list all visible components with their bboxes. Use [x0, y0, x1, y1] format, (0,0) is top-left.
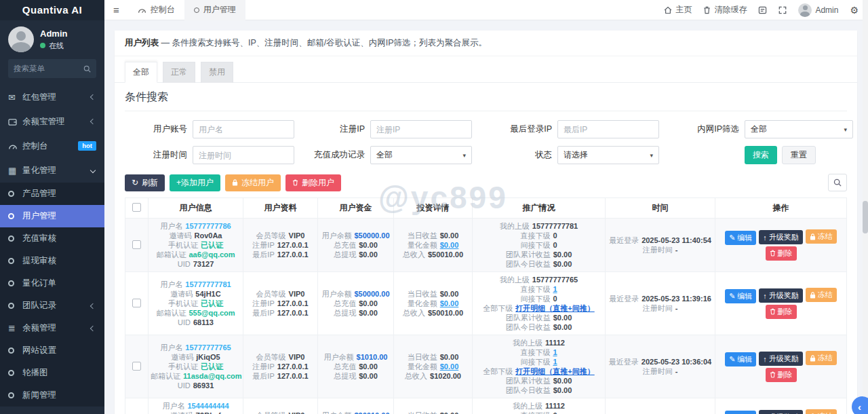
- tab-normal[interactable]: 正常: [163, 62, 195, 83]
- upgrade-reward-button[interactable]: ↑升级奖励: [759, 410, 803, 414]
- delete-user-button[interactable]: 删除用户: [285, 174, 341, 191]
- sidebar-item-console[interactable]: 控制台hot: [0, 134, 104, 158]
- freeze-user-button[interactable]: 冻结用户: [225, 174, 281, 191]
- field-label: 邮箱认证: [156, 250, 186, 259]
- floating-collapse-button[interactable]: ‹: [852, 396, 868, 414]
- fullscreen-button[interactable]: [778, 6, 787, 14]
- sidebar-item-product[interactable]: 产品管理: [0, 183, 104, 205]
- admin-label: Admin: [815, 5, 838, 15]
- field-value[interactable]: 1: [553, 358, 557, 366]
- field-value[interactable]: $0.00: [440, 241, 459, 249]
- sidebar-item-withdraw-audit[interactable]: 提现审核: [0, 250, 104, 272]
- field-value[interactable]: 打开明细（直推+间推）: [515, 304, 594, 312]
- edit-button[interactable]: ✎编辑: [725, 352, 756, 366]
- intranet-select[interactable]: 全部 ▾: [745, 120, 853, 138]
- sidebar-item-label: 控制台: [22, 140, 48, 152]
- clear-cache-button[interactable]: 清除缓存: [703, 4, 747, 16]
- sidebar-item-users[interactable]: 用户管理: [0, 205, 104, 227]
- sidebar-item-quant[interactable]: ▦量化管理: [0, 158, 104, 183]
- edit-button[interactable]: ✎编辑: [725, 289, 756, 303]
- delete-button[interactable]: 删除: [766, 368, 797, 382]
- row-checkbox[interactable]: [132, 362, 141, 371]
- field-value[interactable]: 15777777765: [185, 343, 231, 352]
- home-button[interactable]: 主页: [664, 4, 692, 16]
- sidebar-item-general[interactable]: ⚙常规管理new: [0, 407, 104, 414]
- field-line: 总提现$0.00: [320, 308, 391, 318]
- avatar: [8, 26, 34, 52]
- sidebar-search-input[interactable]: 搜索菜单: [8, 59, 96, 78]
- upgrade-reward-button[interactable]: ↑升级奖励: [759, 230, 803, 244]
- sidebar-item-label: 余额管理: [22, 322, 56, 334]
- field-value[interactable]: 1: [553, 348, 557, 356]
- tab-disabled[interactable]: 禁用: [201, 62, 233, 83]
- row-checkbox[interactable]: [132, 299, 141, 307]
- field-label: 用户余额: [322, 290, 352, 298]
- actions-cell: ✎编辑↑升级奖励冻结删除: [715, 272, 847, 335]
- log-button[interactable]: [758, 6, 767, 14]
- account-input[interactable]: [193, 120, 294, 138]
- freeze-button[interactable]: 冻结: [806, 351, 837, 365]
- field-value[interactable]: 1: [553, 285, 557, 293]
- sidebar-item-carousel[interactable]: 轮播图: [0, 362, 104, 384]
- sidebar-item-news[interactable]: 新闻管理: [0, 384, 104, 407]
- chevron-left-icon: [90, 303, 96, 308]
- field-value[interactable]: 打开明细（直推+间推）: [515, 367, 594, 375]
- reset-button[interactable]: 重置: [782, 146, 816, 164]
- scrollbar-thumb[interactable]: [863, 201, 868, 233]
- table-search-button[interactable]: [828, 174, 847, 191]
- sidebar-item-site-settings[interactable]: 网站设置: [0, 339, 104, 362]
- freeze-button[interactable]: 冻结: [806, 288, 837, 302]
- circle-icon: [8, 213, 22, 219]
- reg-time-input[interactable]: [193, 146, 294, 164]
- select-all-checkbox[interactable]: [132, 203, 141, 212]
- sidebar-item-recharge-audit[interactable]: 充值审核: [0, 227, 104, 250]
- sidebar-item-team-records[interactable]: 团队记录: [0, 295, 104, 317]
- field-label: 我的上级: [513, 402, 542, 410]
- hamburger-icon[interactable]: ≡: [104, 4, 128, 16]
- chevron-down-icon: [90, 168, 96, 173]
- add-user-button[interactable]: +添加用户: [170, 174, 220, 191]
- sidebar-item-hongbao[interactable]: ✉红包管理: [0, 85, 104, 109]
- field-value: 555@qq.com: [189, 309, 235, 317]
- circle-icon: [8, 236, 22, 242]
- settings-gear-icon[interactable]: ⚙: [850, 5, 859, 16]
- reg-ip-input[interactable]: [370, 120, 472, 138]
- delete-button[interactable]: 删除: [766, 246, 797, 261]
- edit-button[interactable]: ✎编辑: [725, 411, 756, 414]
- field-line: 直接下级0: [475, 231, 603, 240]
- sidebar-item-balance[interactable]: ≣余额管理: [0, 317, 104, 339]
- search-button[interactable]: 搜索: [745, 146, 777, 164]
- field-value[interactable]: 1544444444: [187, 402, 229, 410]
- field-line: 总提现$0.00: [320, 371, 391, 381]
- sidebar-item-yuebao[interactable]: 余额宝管理: [0, 109, 104, 134]
- tab-user-management[interactable]: 用户管理: [184, 0, 245, 20]
- field-value: VIP0: [289, 411, 305, 414]
- field-value[interactable]: $0.00: [440, 362, 459, 371]
- field-value[interactable]: 15777777786: [185, 222, 231, 230]
- upgrade-reward-button[interactable]: ↑升级奖励: [759, 288, 803, 303]
- row-checkbox[interactable]: [132, 240, 141, 249]
- recharge-record-select[interactable]: 全部 ▾: [370, 146, 472, 164]
- freeze-button[interactable]: 冻结: [806, 229, 837, 244]
- freeze-button[interactable]: 冻结: [806, 409, 837, 414]
- tab-all[interactable]: 全部: [125, 62, 157, 83]
- field-label: 手机认证: [168, 362, 198, 371]
- user-funds-cell: 用户余额$50000.00总充值$0.00总提现$0.00: [318, 219, 394, 272]
- last-login-ip-input[interactable]: [557, 120, 659, 138]
- edit-button[interactable]: ✎编辑: [725, 231, 756, 245]
- tab-console[interactable]: 控制台: [128, 0, 184, 20]
- field-value[interactable]: $0.00: [440, 299, 459, 307]
- field-line: 团队累计收益$0.00: [475, 376, 603, 385]
- refresh-button[interactable]: ↻刷新: [125, 174, 165, 191]
- field-value[interactable]: 15777777781: [185, 280, 231, 288]
- delete-button[interactable]: 删除: [766, 305, 797, 319]
- field-label: 团队累计收益: [506, 314, 551, 322]
- sidebar-item-quant-orders[interactable]: 量化订单: [0, 272, 104, 295]
- status-select[interactable]: 请选择 ▾: [557, 146, 659, 164]
- chevron-left-icon: ‹: [858, 401, 861, 413]
- page-scrollbar[interactable]: [863, 0, 868, 414]
- upgrade-reward-button[interactable]: ↑升级奖励: [759, 352, 803, 366]
- user-funds-cell: 用户余额$50000.00总充值$0.00总提现$0.00: [318, 272, 394, 335]
- admin-menu[interactable]: Admin: [798, 3, 838, 17]
- hot-badge: hot: [78, 141, 96, 151]
